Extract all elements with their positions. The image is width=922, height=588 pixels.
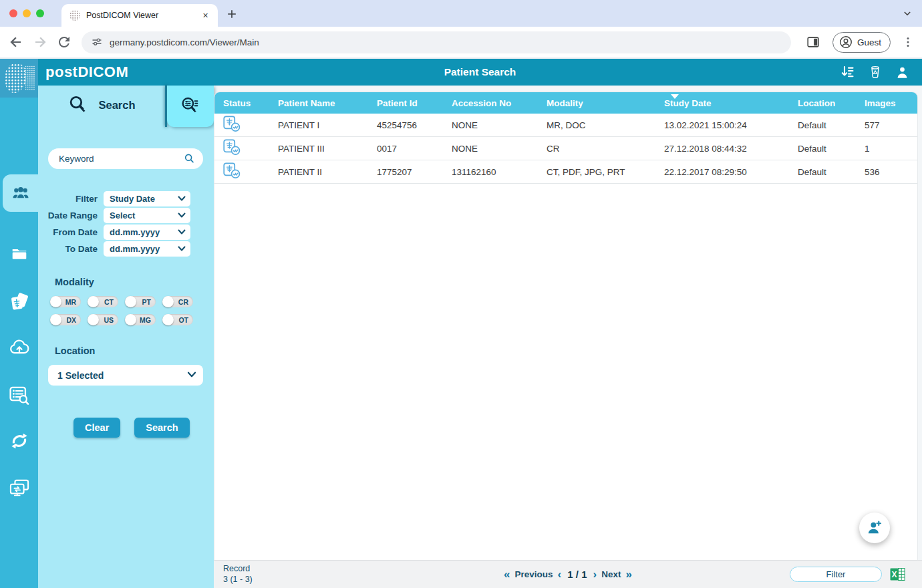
next-button[interactable]: Next	[601, 569, 621, 579]
col-patient-name[interactable]: Patient Name	[278, 92, 377, 114]
table-row[interactable]: PATIENT III 0017 NONE CR 27.12.2018 08:4…	[214, 137, 917, 160]
xray-cards-icon	[9, 291, 30, 313]
modality-cell: CR	[547, 144, 664, 154]
rail-item-sync[interactable]	[0, 425, 38, 457]
status-cell[interactable]	[223, 162, 278, 181]
last-page-icon[interactable]: »	[625, 569, 631, 580]
rail-item-cloud-upload[interactable]	[0, 331, 38, 363]
tab-search-label: Search	[98, 99, 135, 112]
site-settings-icon[interactable]	[91, 36, 103, 48]
next-page-icon[interactable]: ›	[593, 569, 597, 580]
close-window-button[interactable]	[9, 9, 17, 17]
modality-cell: CT, PDF, JPG, PRT	[547, 167, 664, 177]
modality-toggle-us[interactable]: US	[88, 314, 118, 325]
app-header: postDICOM Patient Search	[38, 59, 922, 86]
chevron-down-icon	[187, 372, 196, 378]
filter-button[interactable]: Filter	[790, 567, 882, 582]
modality-toggle-mr[interactable]: MR	[50, 296, 81, 307]
col-study-date[interactable]: Study Date	[664, 92, 798, 114]
study-status-icon	[223, 162, 241, 179]
logo-brain-dots	[5, 63, 26, 93]
status-cell[interactable]	[223, 116, 278, 134]
table-row[interactable]: PATIENT I 45254756 NONE MR, DOC 13.02.20…	[214, 114, 917, 137]
toggle-knob	[125, 296, 136, 307]
status-cell[interactable]	[223, 139, 278, 158]
window-controls[interactable]	[9, 9, 44, 17]
location-select[interactable]: 1 Selected	[48, 365, 203, 386]
search-button[interactable]: Search	[134, 418, 189, 438]
results-footer: Record 3 (1 - 3) « Previous ‹ 1 / 1 › Ne…	[214, 560, 922, 588]
back-icon[interactable]	[8, 34, 24, 50]
study-status-icon	[223, 139, 241, 156]
screen: PostDICOM Viewer × germany.postdicom.com…	[0, 0, 922, 588]
user-icon[interactable]	[895, 64, 910, 81]
add-patient-fab[interactable]	[859, 512, 890, 543]
side-panel-icon[interactable]	[806, 35, 820, 49]
new-tab-button[interactable]	[224, 7, 239, 21]
col-modality[interactable]: Modality	[547, 92, 664, 114]
record-label: Record	[223, 564, 337, 575]
tab-search[interactable]: Search	[38, 86, 165, 124]
location-cell: Default	[798, 167, 865, 177]
modality-toggle-ct[interactable]: CT	[88, 296, 118, 307]
profile-button[interactable]: Guest	[832, 32, 891, 53]
modality-toggle-ot[interactable]: OT	[162, 314, 193, 325]
modality-toggle-pt[interactable]: PT	[125, 296, 156, 307]
date-range-label: Date Range	[38, 210, 104, 220]
col-patient-id[interactable]: Patient Id	[377, 92, 452, 114]
minimize-window-button[interactable]	[23, 9, 31, 17]
search-panel: Search	[38, 86, 214, 588]
clear-button[interactable]: Clear	[73, 418, 120, 438]
forward-icon[interactable]	[32, 34, 48, 50]
browser-urlbar: germany.postdicom.com/Viewer/Main Guest	[0, 27, 922, 57]
trash-recycle-icon[interactable]	[868, 63, 883, 81]
col-status[interactable]: Status	[223, 92, 278, 114]
date-range-select[interactable]: Select	[104, 208, 190, 223]
url-field[interactable]: germany.postdicom.com/Viewer/Main	[82, 31, 791, 53]
to-date-label: To Date	[38, 244, 104, 254]
first-page-icon[interactable]: «	[504, 569, 510, 580]
images-cell: 1	[865, 144, 917, 154]
previous-button[interactable]: Previous	[515, 569, 553, 579]
rail-item-order-search[interactable]	[0, 380, 38, 412]
study-status-icon	[223, 116, 241, 132]
rail-item-studies[interactable]	[0, 286, 38, 318]
filter-select[interactable]: Study Date	[104, 191, 190, 206]
modality-toggle-mg[interactable]: MG	[125, 314, 156, 325]
browser-menu-icon[interactable]	[901, 35, 915, 49]
list-search-icon	[9, 385, 30, 406]
col-accession-no[interactable]: Accession No	[452, 92, 547, 114]
excel-icon: X	[890, 567, 905, 582]
sort-list-icon[interactable]	[840, 63, 856, 81]
export-excel-button[interactable]: X	[890, 567, 906, 583]
add-user-icon	[866, 520, 883, 536]
from-date-select[interactable]: dd.mm.yyyy	[104, 225, 190, 240]
toggle-knob	[88, 296, 99, 307]
browser-tab[interactable]: PostDICOM Viewer ×	[61, 4, 218, 27]
rail-item-patients[interactable]	[3, 174, 38, 212]
study-date-cell: 22.12.2017 08:29:50	[664, 167, 798, 177]
keyword-input[interactable]	[48, 148, 203, 169]
results-table: Status Patient Name Patient Id Accession…	[214, 92, 918, 560]
zoom-window-button[interactable]	[36, 9, 44, 17]
table-row[interactable]: PATIENT II 1775207 131162160 CT, PDF, JP…	[214, 160, 917, 184]
rail-item-folders[interactable]	[0, 238, 38, 270]
previous-page-icon[interactable]: ‹	[558, 569, 562, 580]
modality-toggle-cr[interactable]: CR	[162, 296, 193, 307]
keyword-search-icon[interactable]	[184, 153, 195, 164]
tab-close-icon[interactable]: ×	[200, 10, 211, 21]
toggle-knob	[125, 314, 136, 325]
rail-item-share-screen[interactable]	[0, 472, 38, 504]
modality-toggle-dx[interactable]: DX	[50, 314, 81, 325]
reload-icon[interactable]	[56, 34, 72, 50]
accession-no-cell: 131162160	[452, 167, 547, 177]
col-location[interactable]: Location	[798, 92, 865, 114]
to-date-select[interactable]: dd.mm.yyyy	[104, 241, 190, 257]
col-images[interactable]: Images	[865, 92, 917, 114]
study-date-cell: 13.02.2021 15:00:24	[664, 120, 798, 130]
accession-no-cell: NONE	[452, 144, 547, 154]
tab-search-chevron-icon[interactable]	[899, 5, 915, 21]
tab-advanced-search[interactable]	[167, 86, 214, 127]
date-range-row: Date Range Select	[38, 208, 214, 223]
modality-toggles: MR CT PT CR DX US MG OT	[50, 296, 214, 325]
